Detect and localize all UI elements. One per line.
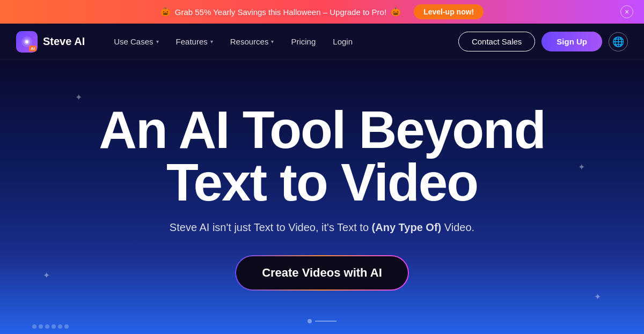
contact-sales-button[interactable]: Contact Sales	[458, 32, 535, 51]
logo-icon	[16, 31, 38, 53]
navbar: Steve AI Use Cases ▾ Features ▾ Resource…	[0, 24, 644, 60]
hero-subtitle-text1: Steve AI isn't just Text to Video, it's …	[170, 221, 372, 233]
banner-emoji-left: 🎃	[160, 7, 171, 17]
sign-up-button[interactable]: Sign Up	[541, 32, 602, 51]
promo-banner: 🎃 Grab 55% Yearly Savings this Halloween…	[0, 0, 644, 24]
chevron-down-icon: ▾	[271, 39, 274, 44]
nav-item-pricing[interactable]: Pricing	[283, 33, 323, 50]
scroll-dot	[308, 319, 312, 323]
deco-dot-5	[58, 324, 62, 329]
logo-link[interactable]: Steve AI	[16, 31, 85, 53]
banner-emoji-right: 🎃	[391, 7, 401, 17]
banner-close-button[interactable]: ×	[620, 5, 633, 18]
chevron-down-icon: ▾	[156, 39, 159, 44]
nav-item-login[interactable]: Login	[325, 33, 360, 50]
bottom-decoration	[32, 324, 69, 329]
hero-title: An AI Tool Beyond Text to Video	[99, 103, 545, 209]
hero-subtitle-bold: (Any Type Of)	[372, 221, 442, 233]
deco-dot-1	[32, 324, 36, 329]
hero-title-line2: Text to Video	[166, 153, 478, 212]
banner-message: Grab 55% Yearly Savings this Halloween –…	[175, 8, 386, 17]
nav-links: Use Cases ▾ Features ▾ Resources ▾ Prici…	[106, 33, 458, 50]
hero-title-line1: An AI Tool Beyond	[99, 100, 545, 159]
hero-subtitle: Steve AI isn't just Text to Video, it's …	[170, 221, 474, 234]
deco-dot-6	[64, 324, 69, 329]
hero-subtitle-text2: Video.	[441, 221, 474, 233]
svg-point-2	[25, 40, 28, 43]
star-decoration-2: ✦	[578, 162, 585, 172]
deco-dot-4	[52, 324, 56, 329]
banner-text: 🎃 Grab 55% Yearly Savings this Halloween…	[160, 4, 484, 19]
star-decoration-4: ✦	[594, 292, 601, 302]
logo-text: Steve AI	[43, 35, 85, 48]
star-decoration-1: ✦	[75, 92, 82, 102]
nav-item-use-cases[interactable]: Use Cases ▾	[106, 33, 166, 50]
hero-section: ✦ ✦ ✦ ✦ An AI Tool Beyond Text to Video …	[0, 60, 644, 334]
scroll-line	[315, 321, 336, 322]
globe-icon: 🌐	[612, 36, 624, 48]
star-decoration-3: ✦	[43, 270, 50, 280]
nav-item-resources[interactable]: Resources ▾	[223, 33, 282, 50]
create-videos-button[interactable]: Create Videos with AI	[235, 255, 409, 291]
deco-dot-2	[39, 324, 43, 329]
deco-dot-3	[45, 324, 49, 329]
level-up-button[interactable]: Level-up now!	[414, 4, 484, 19]
nav-actions: Contact Sales Sign Up 🌐	[458, 32, 628, 51]
nav-item-features[interactable]: Features ▾	[169, 33, 221, 50]
scroll-indicators	[308, 319, 336, 323]
language-button[interactable]: 🌐	[609, 32, 628, 51]
chevron-down-icon: ▾	[210, 39, 213, 44]
